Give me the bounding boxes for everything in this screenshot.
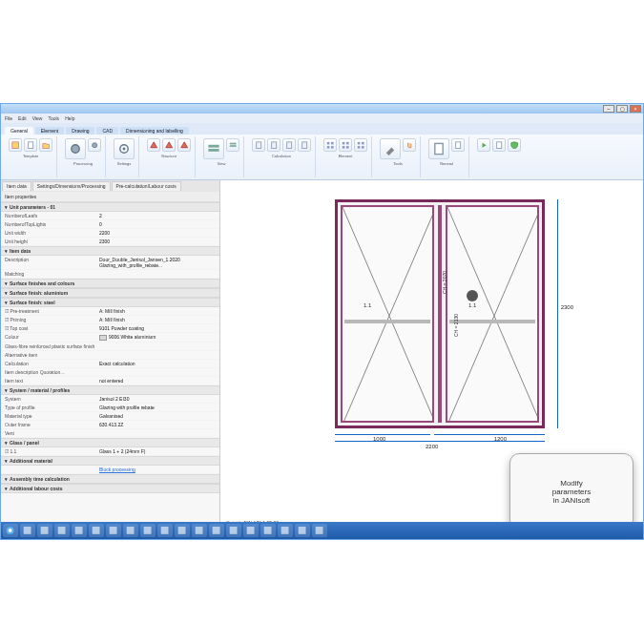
property-value[interactable]: 2	[99, 213, 216, 218]
taskbar-item[interactable]	[260, 524, 276, 537]
calc-icon[interactable]	[252, 138, 265, 152]
property-value[interactable]: not entered	[99, 378, 216, 384]
property-row[interactable]: PrimingA: Mill finish	[1, 316, 219, 324]
taskbar-item[interactable]	[54, 524, 70, 537]
property-row[interactable]: Outer frame630.413.2Z	[1, 421, 219, 429]
menu-item[interactable]: Tools	[48, 115, 59, 121]
hand-icon[interactable]	[403, 138, 416, 152]
grid-icon[interactable]	[323, 138, 337, 152]
layer-icon[interactable]	[226, 138, 239, 152]
tri-icon[interactable]	[162, 138, 176, 152]
section-header[interactable]: ▾ Additional material	[1, 456, 219, 466]
property-row[interactable]: 1.1Glass 1 + 2 (24mm F)	[1, 447, 219, 456]
tab-element[interactable]: Element	[35, 127, 64, 135]
property-value[interactable]	[99, 369, 216, 375]
property-value[interactable]: 0	[99, 221, 216, 227]
taskbar-item[interactable]	[106, 524, 121, 537]
property-row[interactable]: Block processing	[1, 466, 219, 474]
property-value[interactable]: Janisol 2 EI30	[99, 396, 216, 402]
taskbar-item[interactable]	[89, 524, 104, 537]
menu-item[interactable]: Help	[65, 115, 74, 121]
property-value[interactable]: 9006 White aluminium	[99, 334, 216, 341]
calc-icon[interactable]	[298, 138, 311, 152]
open-icon[interactable]	[39, 138, 52, 152]
property-row[interactable]: NumberofLeafs2	[1, 212, 219, 220]
property-value[interactable]: Door_Double_Janisol_Jansen_1.2020 Glazin…	[99, 257, 216, 268]
tri-icon[interactable]	[177, 138, 191, 152]
wrench-icon[interactable]	[380, 138, 401, 159]
property-row[interactable]: Unit width2200	[1, 229, 219, 238]
maximize-button[interactable]: ▢	[616, 105, 628, 113]
property-row[interactable]: Glass-fibre reinforced plastic surface f…	[1, 343, 219, 351]
taskbar-item[interactable]	[278, 524, 293, 537]
grid-icon[interactable]	[339, 138, 352, 152]
section-header[interactable]: ▾ Additional labour costs	[1, 484, 219, 493]
property-row[interactable]: Colour9006 White aluminium	[1, 333, 219, 343]
property-row[interactable]: Matching	[1, 270, 219, 279]
doc-icon[interactable]	[492, 138, 506, 152]
doc-icon[interactable]	[451, 138, 465, 152]
menu-item[interactable]: View	[32, 115, 43, 121]
tri-icon[interactable]	[147, 138, 160, 152]
property-row[interactable]: Top coat9101 Powder coating	[1, 324, 219, 333]
section-header[interactable]: ▾ Glass / panel	[1, 438, 219, 447]
property-value[interactable]: Block processing	[99, 467, 216, 472]
shield-icon[interactable]	[508, 138, 521, 152]
taskbar-item[interactable]	[157, 524, 173, 537]
section-header[interactable]: ▾ System / material / profiles	[1, 385, 219, 395]
settings-icon[interactable]	[114, 138, 135, 159]
property-value[interactable]: 2200	[99, 230, 216, 236]
menu-item[interactable]: File	[5, 115, 12, 121]
property-value[interactable]: A: Mill finish	[99, 308, 216, 314]
property-row[interactable]: DescriptionDoor_Double_Janisol_Jansen_1.…	[1, 256, 219, 270]
taskbar-item[interactable]	[37, 524, 52, 537]
section-header[interactable]: ▾ Unit parameters - 01	[1, 202, 219, 212]
panel-tab[interactable]: Pre-calculation/Labour costs	[112, 181, 181, 191]
property-row[interactable]: Vent	[1, 429, 219, 438]
gear-icon[interactable]	[88, 138, 101, 152]
property-row[interactable]: Type of profileGlazing with profile reba…	[1, 404, 219, 412]
property-value[interactable]: 630.413.2Z	[99, 422, 216, 427]
property-value[interactable]: 9101 Powder coating	[99, 325, 216, 331]
taskbar-item[interactable]	[140, 524, 156, 537]
property-value[interactable]: Glass 1 + 2 (24mm F)	[99, 448, 216, 454]
property-value[interactable]	[99, 271, 216, 277]
layer-icon[interactable]	[203, 138, 224, 159]
property-row[interactable]: CalculationExact calculation	[1, 360, 219, 368]
property-row[interactable]: Material typeGalvanised	[1, 412, 219, 421]
taskbar-item[interactable]	[295, 524, 310, 537]
property-value[interactable]: Glazing with profile rebate	[99, 405, 216, 410]
calc-icon[interactable]	[267, 138, 280, 152]
property-value[interactable]: Galvanised	[99, 413, 216, 419]
property-value[interactable]	[99, 430, 216, 436]
property-row[interactable]: Pre-treatmentA: Mill finish	[1, 307, 219, 316]
tab-drawing[interactable]: Drawing	[66, 127, 94, 135]
gear-icon[interactable]	[65, 138, 86, 159]
play-icon[interactable]	[477, 138, 490, 152]
new-icon[interactable]	[24, 138, 37, 152]
taskbar-item[interactable]	[209, 524, 224, 537]
close-button[interactable]: ×	[630, 105, 641, 113]
taskbar-item[interactable]	[243, 524, 259, 537]
tab-cad[interactable]: CAD	[96, 127, 118, 135]
taskbar-item[interactable]	[192, 524, 207, 537]
property-row[interactable]: Item description Quotation...	[1, 368, 219, 377]
property-row[interactable]: Alternative item	[1, 351, 219, 360]
taskbar-item[interactable]	[20, 524, 35, 537]
section-header[interactable]: ▾ Surface finish: aluminium	[1, 288, 219, 298]
property-value[interactable]: A: Mill finish	[99, 317, 216, 322]
property-row[interactable]: SystemJanisol 2 EI30	[1, 395, 219, 404]
taskbar-item[interactable]	[226, 524, 241, 537]
section-header[interactable]: ▾ Assembly time calculation	[1, 474, 219, 484]
property-value[interactable]	[99, 352, 216, 358]
property-value[interactable]: Exact calculation	[99, 361, 216, 366]
grid-icon[interactable]	[354, 138, 367, 152]
property-row[interactable]: Unit height2300	[1, 238, 219, 246]
menu-item[interactable]: Edit	[18, 115, 27, 121]
taskbar-item[interactable]	[123, 524, 138, 537]
section-header[interactable]: ▾ Surface finish: steel	[1, 298, 219, 307]
property-row[interactable]: NumberofTopLights0	[1, 220, 219, 229]
property-row[interactable]: Item textnot entered	[1, 377, 219, 385]
doc-icon[interactable]	[428, 138, 449, 159]
section-header[interactable]: ▾ Surface finishes and colours	[1, 279, 219, 288]
